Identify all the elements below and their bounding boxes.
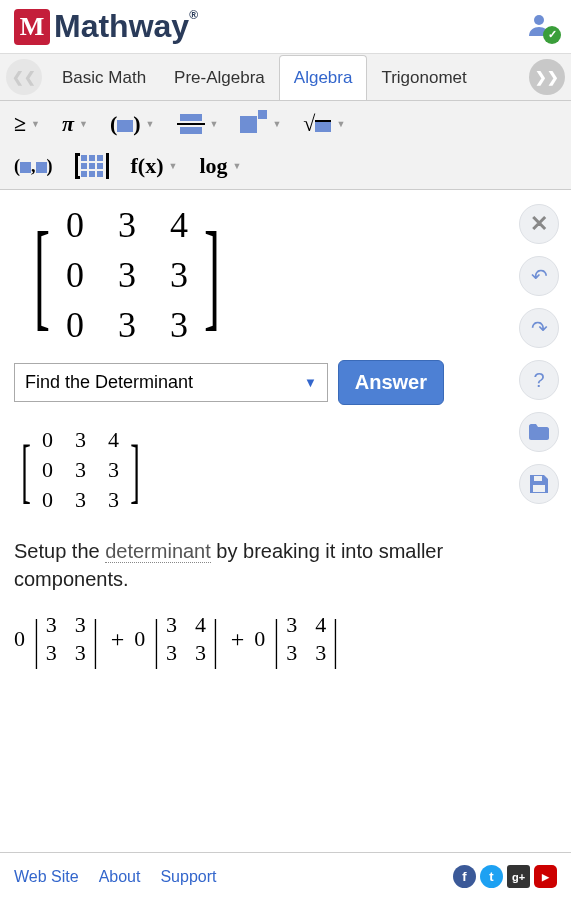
dropdown-icon: ▼ xyxy=(336,119,345,129)
log-tool[interactable]: log▼ xyxy=(199,153,241,179)
symbol-toolbar: ≥▼ π▼ ()▼ ▼ ▼ √▼ (,) f(x)▼ log▼ xyxy=(0,101,571,190)
facebook-icon[interactable]: f xyxy=(453,865,476,888)
undo-button[interactable]: ↶ xyxy=(519,256,559,296)
explanation-text: Setup the determinant by breaking it int… xyxy=(14,537,557,593)
dropdown-icon: ▼ xyxy=(146,119,155,129)
matrix-icon xyxy=(75,153,109,179)
radical-tool[interactable]: √▼ xyxy=(303,111,345,137)
parentheses-tool[interactable]: ()▼ xyxy=(110,111,155,137)
folder-button[interactable] xyxy=(519,412,559,452)
answer-button[interactable]: Answer xyxy=(338,360,444,405)
pi-tool[interactable]: π▼ xyxy=(62,111,88,137)
cofactor-expansion: 0|3333|+0|3433|+0|3433| xyxy=(14,609,557,669)
exponent-icon xyxy=(240,116,267,133)
logo-text: Mathway® xyxy=(54,8,198,45)
tab-basic-math[interactable]: Basic Math xyxy=(48,56,160,100)
verified-check-icon: ✓ xyxy=(543,26,561,44)
exponent-tool[interactable]: ▼ xyxy=(240,116,281,133)
tab-trigonometry[interactable]: Trigonomet xyxy=(367,56,480,100)
header: M Mathway® ✓ xyxy=(0,0,571,53)
dropdown-icon: ▼ xyxy=(31,119,40,129)
dropdown-icon: ▼ xyxy=(168,161,177,171)
topic-tabs: ❮❮ Basic Math Pre-Algebra Algebra Trigon… xyxy=(0,53,571,101)
close-button[interactable]: ✕ xyxy=(519,204,559,244)
term-determinant[interactable]: determinant xyxy=(105,540,211,563)
save-icon xyxy=(530,475,548,493)
redo-button[interactable]: ↷ xyxy=(519,308,559,348)
help-button[interactable]: ? xyxy=(519,360,559,400)
footer: Web Site About Support f t g+ ▶ xyxy=(0,852,571,900)
tabs-next-button[interactable]: ❯❯ xyxy=(529,59,565,95)
result-matrix: [ 034033033 ] xyxy=(14,427,147,513)
footer-support-link[interactable]: Support xyxy=(160,868,216,886)
svg-rect-2 xyxy=(533,485,545,492)
logo-icon: M xyxy=(14,9,50,45)
user-account-icon[interactable]: ✓ xyxy=(527,12,557,42)
side-actions: ✕ ↶ ↷ ? xyxy=(519,204,559,504)
dropdown-icon: ▼ xyxy=(79,119,88,129)
dropdown-icon: ▼ xyxy=(304,375,317,390)
function-tool[interactable]: f(x)▼ xyxy=(131,153,178,179)
svg-rect-1 xyxy=(534,476,542,481)
fraction-icon xyxy=(177,114,205,134)
tabs-prev-button[interactable]: ❮❮ xyxy=(6,59,42,95)
save-button[interactable] xyxy=(519,464,559,504)
input-matrix[interactable]: [ 034033033 ] xyxy=(22,204,232,346)
tab-pre-algebra[interactable]: Pre-Algebra xyxy=(160,56,279,100)
youtube-icon[interactable]: ▶ xyxy=(534,865,557,888)
dropdown-icon: ▼ xyxy=(210,119,219,129)
footer-about-link[interactable]: About xyxy=(99,868,141,886)
googleplus-icon[interactable]: g+ xyxy=(507,865,530,888)
main-content: ✕ ↶ ↷ ? [ 034033033 ] Find the Determina… xyxy=(0,190,571,683)
tab-algebra[interactable]: Algebra xyxy=(279,55,368,100)
dropdown-icon: ▼ xyxy=(233,161,242,171)
inequality-tool[interactable]: ≥▼ xyxy=(14,111,40,137)
coordinate-tool[interactable]: (,) xyxy=(14,156,53,177)
svg-point-0 xyxy=(534,15,544,25)
twitter-icon[interactable]: t xyxy=(480,865,503,888)
operation-select[interactable]: Find the Determinant▼ xyxy=(14,363,328,402)
matrix-tool[interactable] xyxy=(75,153,109,179)
folder-icon xyxy=(529,424,549,440)
fraction-tool[interactable]: ▼ xyxy=(177,114,219,134)
dropdown-icon: ▼ xyxy=(272,119,281,129)
logo[interactable]: M Mathway® xyxy=(14,8,198,45)
footer-website-link[interactable]: Web Site xyxy=(14,868,79,886)
